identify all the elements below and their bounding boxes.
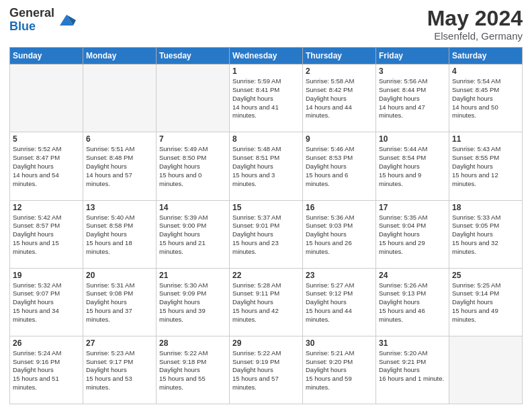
table-row (83, 64, 157, 132)
col-wednesday: Wednesday (230, 48, 303, 64)
col-saturday: Saturday (449, 48, 523, 64)
table-row: 22Sunrise: 5:28 AMSunset: 9:11 PMDayligh… (230, 268, 303, 336)
logo-icon (57, 11, 76, 30)
day-number: 25 (452, 271, 519, 280)
table-row: 10Sunrise: 5:44 AMSunset: 8:54 PMDayligh… (376, 132, 449, 200)
table-row: 14Sunrise: 5:39 AMSunset: 9:00 PMDayligh… (157, 200, 230, 268)
day-info: Sunrise: 5:54 AMSunset: 8:45 PMDaylight … (452, 77, 519, 120)
table-row: 6Sunrise: 5:51 AMSunset: 8:48 PMDaylight… (83, 132, 157, 200)
col-thursday: Thursday (303, 48, 376, 64)
day-number: 19 (13, 271, 80, 280)
col-tuesday: Tuesday (157, 48, 230, 64)
table-row: 27Sunrise: 5:23 AMSunset: 9:17 PMDayligh… (83, 336, 157, 404)
table-row: 20Sunrise: 5:31 AMSunset: 9:08 PMDayligh… (83, 268, 157, 336)
day-info: Sunrise: 5:20 AMSunset: 9:21 PMDaylight … (379, 349, 446, 383)
day-info: Sunrise: 5:48 AMSunset: 8:51 PMDaylight … (232, 145, 300, 188)
table-row: 21Sunrise: 5:30 AMSunset: 9:09 PMDayligh… (157, 268, 230, 336)
table-row: 8Sunrise: 5:48 AMSunset: 8:51 PMDaylight… (230, 132, 303, 200)
day-number: 13 (86, 203, 153, 212)
day-info: Sunrise: 5:30 AMSunset: 9:09 PMDaylight … (159, 281, 226, 324)
day-number: 10 (379, 134, 446, 144)
day-info: Sunrise: 5:42 AMSunset: 8:57 PMDaylight … (13, 214, 80, 257)
table-row: 30Sunrise: 5:21 AMSunset: 9:20 PMDayligh… (303, 336, 376, 404)
day-info: Sunrise: 5:40 AMSunset: 8:58 PMDaylight … (86, 214, 153, 257)
col-friday: Friday (376, 48, 449, 64)
day-info: Sunrise: 5:28 AMSunset: 9:11 PMDaylight … (232, 281, 300, 324)
day-number: 21 (159, 271, 226, 280)
day-info: Sunrise: 5:26 AMSunset: 9:13 PMDaylight … (379, 281, 446, 324)
day-number: 3 (379, 66, 446, 76)
day-info: Sunrise: 5:32 AMSunset: 9:07 PMDaylight … (13, 281, 80, 324)
table-row: 13Sunrise: 5:40 AMSunset: 8:58 PMDayligh… (83, 200, 157, 268)
table-row: 1Sunrise: 5:59 AMSunset: 8:41 PMDaylight… (230, 64, 303, 132)
day-number: 31 (379, 338, 446, 348)
day-number: 8 (232, 134, 300, 144)
day-info: Sunrise: 5:58 AMSunset: 8:42 PMDaylight … (306, 77, 373, 120)
day-info: Sunrise: 5:56 AMSunset: 8:44 PMDaylight … (379, 77, 446, 120)
logo: General Blue (9, 7, 76, 34)
logo-text: General Blue (9, 7, 54, 34)
day-info: Sunrise: 5:25 AMSunset: 9:14 PMDaylight … (452, 281, 519, 324)
calendar-header-row: Sunday Monday Tuesday Wednesday Thursday… (10, 48, 523, 64)
title-block: May 2024 Elsenfeld, Germany (427, 7, 523, 42)
day-info: Sunrise: 5:44 AMSunset: 8:54 PMDaylight … (379, 145, 446, 188)
table-row: 11Sunrise: 5:43 AMSunset: 8:55 PMDayligh… (449, 132, 523, 200)
table-row: 31Sunrise: 5:20 AMSunset: 9:21 PMDayligh… (376, 336, 449, 404)
calendar-week-row: 5Sunrise: 5:52 AMSunset: 8:47 PMDaylight… (10, 132, 523, 200)
col-sunday: Sunday (10, 48, 83, 64)
day-number: 23 (306, 271, 373, 280)
col-monday: Monday (83, 48, 157, 64)
day-number: 9 (306, 134, 373, 144)
day-number: 15 (232, 203, 300, 212)
page: General Blue May 2024 Elsenfeld, Germany… (0, 0, 532, 411)
month-title: May 2024 (427, 7, 523, 30)
calendar-week-row: 26Sunrise: 5:24 AMSunset: 9:16 PMDayligh… (10, 336, 523, 404)
day-info: Sunrise: 5:43 AMSunset: 8:55 PMDaylight … (452, 145, 519, 188)
table-row: 7Sunrise: 5:49 AMSunset: 8:50 PMDaylight… (157, 132, 230, 200)
header: General Blue May 2024 Elsenfeld, Germany (9, 7, 523, 42)
table-row (157, 64, 230, 132)
day-number: 4 (452, 66, 519, 76)
day-info: Sunrise: 5:46 AMSunset: 8:53 PMDaylight … (306, 145, 373, 188)
table-row: 23Sunrise: 5:27 AMSunset: 9:12 PMDayligh… (303, 268, 376, 336)
day-info: Sunrise: 5:24 AMSunset: 9:16 PMDaylight … (13, 349, 80, 392)
day-number: 22 (232, 271, 300, 280)
day-info: Sunrise: 5:33 AMSunset: 9:05 PMDaylight … (452, 214, 519, 257)
location: Elsenfeld, Germany (427, 30, 523, 42)
day-info: Sunrise: 5:39 AMSunset: 9:00 PMDaylight … (159, 214, 226, 257)
table-row: 26Sunrise: 5:24 AMSunset: 9:16 PMDayligh… (10, 336, 83, 404)
day-info: Sunrise: 5:31 AMSunset: 9:08 PMDaylight … (86, 281, 153, 324)
table-row: 17Sunrise: 5:35 AMSunset: 9:04 PMDayligh… (376, 200, 449, 268)
table-row (10, 64, 83, 132)
day-number: 11 (452, 134, 519, 144)
day-number: 16 (306, 203, 373, 212)
day-number: 18 (452, 203, 519, 212)
day-info: Sunrise: 5:35 AMSunset: 9:04 PMDaylight … (379, 214, 446, 257)
day-number: 29 (232, 338, 300, 348)
day-number: 17 (379, 203, 446, 212)
table-row: 28Sunrise: 5:22 AMSunset: 9:18 PMDayligh… (157, 336, 230, 404)
table-row: 24Sunrise: 5:26 AMSunset: 9:13 PMDayligh… (376, 268, 449, 336)
day-number: 12 (13, 203, 80, 212)
calendar-week-row: 19Sunrise: 5:32 AMSunset: 9:07 PMDayligh… (10, 268, 523, 336)
day-info: Sunrise: 5:27 AMSunset: 9:12 PMDaylight … (306, 281, 373, 324)
table-row: 19Sunrise: 5:32 AMSunset: 9:07 PMDayligh… (10, 268, 83, 336)
day-number: 20 (86, 271, 153, 280)
table-row: 4Sunrise: 5:54 AMSunset: 8:45 PMDaylight… (449, 64, 523, 132)
day-info: Sunrise: 5:22 AMSunset: 9:18 PMDaylight … (159, 349, 226, 392)
day-info: Sunrise: 5:36 AMSunset: 9:03 PMDaylight … (306, 214, 373, 257)
calendar-week-row: 1Sunrise: 5:59 AMSunset: 8:41 PMDaylight… (10, 64, 523, 132)
day-number: 14 (159, 203, 226, 212)
day-info: Sunrise: 5:37 AMSunset: 9:01 PMDaylight … (232, 214, 300, 257)
table-row: 15Sunrise: 5:37 AMSunset: 9:01 PMDayligh… (230, 200, 303, 268)
table-row: 29Sunrise: 5:22 AMSunset: 9:19 PMDayligh… (230, 336, 303, 404)
table-row: 12Sunrise: 5:42 AMSunset: 8:57 PMDayligh… (10, 200, 83, 268)
day-number: 24 (379, 271, 446, 280)
table-row: 16Sunrise: 5:36 AMSunset: 9:03 PMDayligh… (303, 200, 376, 268)
table-row: 18Sunrise: 5:33 AMSunset: 9:05 PMDayligh… (449, 200, 523, 268)
day-number: 6 (86, 134, 153, 144)
table-row: 2Sunrise: 5:58 AMSunset: 8:42 PMDaylight… (303, 64, 376, 132)
day-number: 28 (159, 338, 226, 348)
calendar-table: Sunday Monday Tuesday Wednesday Thursday… (9, 47, 523, 404)
day-number: 5 (13, 134, 80, 144)
